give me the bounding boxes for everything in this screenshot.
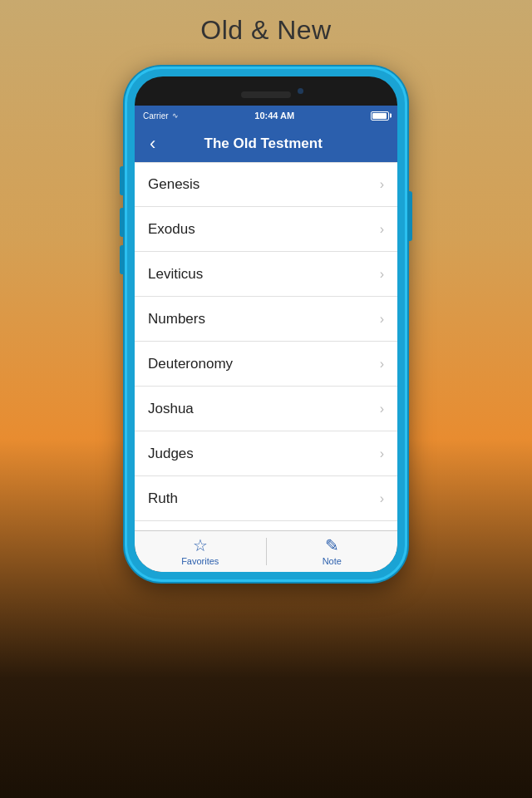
book-name: Deuteronomy	[148, 356, 233, 372]
book-list-item[interactable]: Exodus ›	[135, 207, 397, 252]
tab-bar: ☆ Favorites ✎ Note	[135, 530, 397, 572]
book-list-item[interactable]: Joshua ›	[135, 387, 397, 431]
screen: Carrier ∿ 10:44 AM ‹ The Old Testment Ge…	[135, 106, 397, 572]
book-list-item[interactable]: Numbers ›	[135, 297, 397, 342]
nav-title: The Old Testment	[162, 135, 364, 152]
book-list-item[interactable]: Genesis ›	[135, 162, 397, 207]
phone-top-bar	[241, 91, 291, 98]
chevron-icon: ›	[380, 446, 384, 461]
chevron-icon: ›	[380, 312, 384, 327]
battery-fill	[372, 113, 387, 119]
phone-shell: Carrier ∿ 10:44 AM ‹ The Old Testment Ge…	[125, 66, 407, 582]
status-time: 10:44 AM	[254, 111, 294, 121]
nav-bar: ‹ The Old Testment	[135, 126, 397, 162]
page-title: Old & New	[0, 0, 532, 54]
book-name: Leviticus	[148, 266, 203, 283]
chevron-icon: ›	[380, 267, 384, 282]
note-icon: ✎	[325, 537, 339, 554]
book-name: Genesis	[148, 176, 200, 193]
back-button[interactable]: ‹	[143, 135, 162, 153]
favorites-label: Favorites	[181, 556, 219, 566]
battery-indicator	[371, 111, 389, 121]
book-list-item[interactable]: Judges ›	[135, 431, 397, 476]
battery-bar	[371, 111, 389, 121]
chevron-icon: ›	[380, 222, 384, 237]
tab-favorites[interactable]: ☆ Favorites	[135, 531, 266, 572]
book-list-item[interactable]: Leviticus ›	[135, 252, 397, 297]
phone-camera	[298, 88, 303, 94]
book-name: Exodus	[148, 221, 195, 238]
book-list-item[interactable]: Ruth ›	[135, 476, 397, 521]
wifi-icon: ∿	[172, 111, 179, 120]
chevron-icon: ›	[380, 401, 384, 416]
status-carrier: Carrier ∿	[143, 111, 179, 121]
book-name: Ruth	[148, 490, 178, 507]
book-name: Judges	[148, 446, 194, 462]
book-list-item[interactable]: Deuteronomy ›	[135, 342, 397, 387]
book-name: Joshua	[148, 401, 194, 417]
chevron-icon: ›	[380, 177, 384, 192]
book-list-item[interactable]: 1 Samuel ›	[135, 521, 397, 530]
book-list: Genesis › Exodus › Leviticus › Numbers ›…	[135, 162, 397, 530]
carrier-label: Carrier	[143, 111, 169, 121]
favorites-icon: ☆	[193, 537, 208, 554]
status-bar: Carrier ∿ 10:44 AM	[135, 106, 397, 126]
book-name: Numbers	[148, 311, 205, 328]
tab-note[interactable]: ✎ Note	[267, 531, 398, 572]
phone-inner: Carrier ∿ 10:44 AM ‹ The Old Testment Ge…	[135, 76, 397, 572]
chevron-icon: ›	[380, 357, 384, 372]
note-label: Note	[323, 556, 342, 566]
chevron-icon: ›	[380, 491, 384, 506]
